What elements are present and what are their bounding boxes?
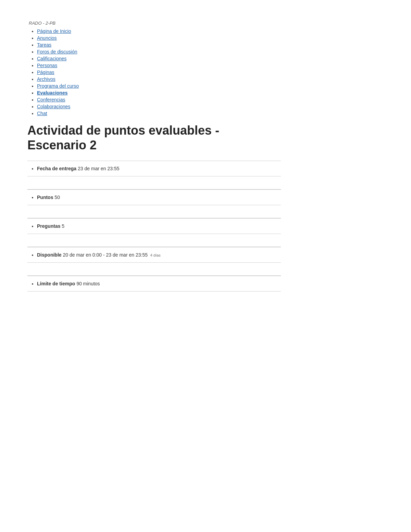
nav-link-archivos[interactable]: Archivos xyxy=(37,76,55,82)
preguntas-label: Preguntas xyxy=(37,223,60,229)
spacer-fecha xyxy=(27,176,281,189)
nav-item-calificaciones[interactable]: Calificaciones xyxy=(37,56,281,61)
section-limite: Límite de tiempo 90 minutos xyxy=(27,276,281,291)
preguntas-list: Preguntas 5 xyxy=(27,223,281,234)
nav-item-anuncios[interactable]: Anuncios xyxy=(37,35,281,41)
nav-list: Página de Inicio Anuncios Tareas Foros d… xyxy=(27,28,281,116)
nav-item-evaluaciones[interactable]: Evaluaciones xyxy=(37,90,281,96)
disponible-item: Disponible 20 de mar en 0:00 - 23 de mar… xyxy=(37,252,281,262)
page-container: RADO - 2-PB Página de Inicio Anuncios Ta… xyxy=(0,0,308,312)
nav-link-pagina-de-inicio[interactable]: Página de Inicio xyxy=(37,28,71,34)
nav-item-tareas[interactable]: Tareas xyxy=(37,42,281,48)
nav-link-conferencias[interactable]: Conferencias xyxy=(37,97,65,102)
course-code: RADO - 2-PB xyxy=(29,21,281,26)
preguntas-value: 5 xyxy=(62,223,64,229)
limite-label: Límite de tiempo xyxy=(37,281,75,286)
section-puntos: Puntos 50 xyxy=(27,190,281,205)
preguntas-item: Preguntas 5 xyxy=(37,223,281,234)
section-preguntas: Preguntas 5 xyxy=(27,219,281,234)
nav-item-chat[interactable]: Chat xyxy=(37,111,281,116)
fecha-list: Fecha de entrega 23 de mar en 23:55 xyxy=(27,166,281,176)
nav-link-evaluaciones[interactable]: Evaluaciones xyxy=(37,90,68,96)
nav-item-foros[interactable]: Foros de discusión xyxy=(37,49,281,54)
nav-link-programa[interactable]: Programa del curso xyxy=(37,83,79,89)
disponible-list: Disponible 20 de mar en 0:00 - 23 de mar… xyxy=(27,252,281,262)
nav-item-personas[interactable]: Personas xyxy=(37,63,281,68)
nav-item-pagina-de-inicio[interactable]: Página de Inicio xyxy=(37,28,281,34)
nav-link-calificaciones[interactable]: Calificaciones xyxy=(37,56,66,61)
puntos-list: Puntos 50 xyxy=(27,195,281,205)
divider-bottom-limite xyxy=(27,291,281,292)
puntos-item: Puntos 50 xyxy=(37,195,281,205)
section-fecha: Fecha de entrega 23 de mar en 23:55 xyxy=(27,161,281,176)
nav-link-paginas[interactable]: Páginas xyxy=(37,70,54,75)
spacer-disponible xyxy=(27,263,281,276)
nav-item-programa[interactable]: Programa del curso xyxy=(37,83,281,89)
disponible-label: Disponible xyxy=(37,252,62,258)
puntos-value: 50 xyxy=(54,195,60,200)
nav-link-personas[interactable]: Personas xyxy=(37,63,57,68)
nav-link-colaboraciones[interactable]: Colaboraciones xyxy=(37,104,70,109)
disponible-value: 20 de mar en 0:00 - 23 de mar en 23:55 xyxy=(63,252,148,258)
section-disponible: Disponible 20 de mar en 0:00 - 23 de mar… xyxy=(27,247,281,262)
page-title: Actividad de puntos evaluables - Escenar… xyxy=(27,123,281,152)
spacer-puntos xyxy=(27,205,281,218)
puntos-label: Puntos xyxy=(37,195,53,200)
fecha-item: Fecha de entrega 23 de mar en 23:55 xyxy=(37,166,281,176)
disponible-badge: 4 días xyxy=(150,253,161,257)
spacer-preguntas xyxy=(27,234,281,247)
nav-link-foros[interactable]: Foros de discusión xyxy=(37,49,77,54)
limite-value: 90 minutos xyxy=(76,281,100,286)
limite-item: Límite de tiempo 90 minutos xyxy=(37,281,281,291)
nav-item-archivos[interactable]: Archivos xyxy=(37,76,281,82)
nav-link-chat[interactable]: Chat xyxy=(37,111,47,116)
nav-link-tareas[interactable]: Tareas xyxy=(37,42,51,48)
nav-item-paginas[interactable]: Páginas xyxy=(37,70,281,75)
nav-item-conferencias[interactable]: Conferencias xyxy=(37,97,281,102)
limite-list: Límite de tiempo 90 minutos xyxy=(27,281,281,291)
nav-item-colaboraciones[interactable]: Colaboraciones xyxy=(37,104,281,109)
fecha-value: 23 de mar en 23:55 xyxy=(78,166,119,171)
fecha-label: Fecha de entrega xyxy=(37,166,76,171)
nav-link-anuncios[interactable]: Anuncios xyxy=(37,35,57,41)
